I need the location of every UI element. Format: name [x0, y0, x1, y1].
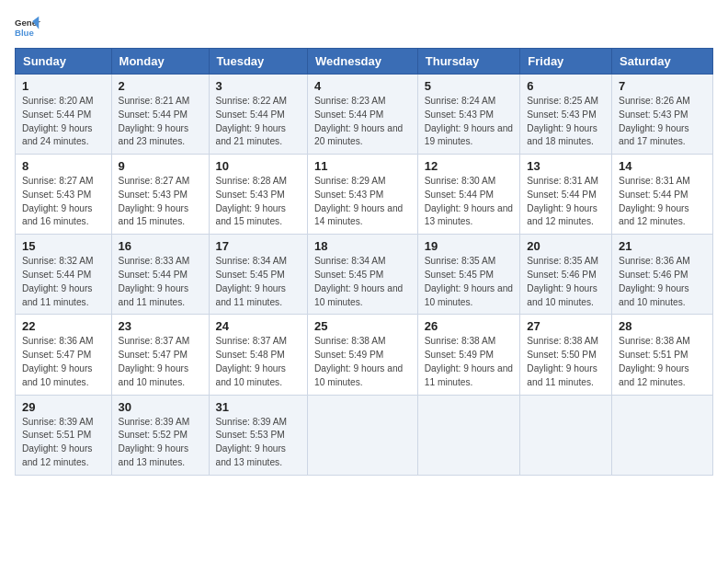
day-number: 1 — [22, 79, 105, 93]
col-header-monday: Monday — [111, 49, 209, 75]
day-cell — [520, 395, 612, 475]
day-number: 30 — [119, 400, 202, 414]
day-detail: Sunrise: 8:34 AM Sunset: 5:45 PM Dayligh… — [314, 255, 411, 309]
week-row-2: 8 Sunrise: 8:27 AM Sunset: 5:43 PM Dayli… — [16, 155, 713, 235]
day-detail: Sunrise: 8:35 AM Sunset: 5:45 PM Dayligh… — [425, 255, 514, 309]
day-detail: Sunrise: 8:37 AM Sunset: 5:47 PM Dayligh… — [119, 335, 202, 389]
col-header-saturday: Saturday — [612, 49, 713, 75]
day-cell: 20 Sunrise: 8:35 AM Sunset: 5:46 PM Dayl… — [520, 235, 612, 315]
day-detail: Sunrise: 8:39 AM Sunset: 5:53 PM Dayligh… — [216, 416, 301, 470]
day-cell: 22 Sunrise: 8:36 AM Sunset: 5:47 PM Dayl… — [16, 315, 112, 395]
day-cell: 15 Sunrise: 8:32 AM Sunset: 5:44 PM Dayl… — [16, 235, 112, 315]
day-detail: Sunrise: 8:38 AM Sunset: 5:49 PM Dayligh… — [314, 335, 411, 389]
day-cell: 3 Sunrise: 8:22 AM Sunset: 5:44 PM Dayli… — [209, 75, 308, 155]
day-cell: 10 Sunrise: 8:28 AM Sunset: 5:43 PM Dayl… — [209, 155, 308, 235]
day-number: 15 — [22, 239, 105, 253]
day-number: 28 — [619, 319, 706, 333]
day-detail: Sunrise: 8:38 AM Sunset: 5:49 PM Dayligh… — [425, 335, 514, 389]
day-detail: Sunrise: 8:27 AM Sunset: 5:43 PM Dayligh… — [22, 175, 105, 229]
logo: General Blue — [15, 15, 40, 40]
day-detail: Sunrise: 8:21 AM Sunset: 5:44 PM Dayligh… — [119, 95, 202, 149]
day-cell: 1 Sunrise: 8:20 AM Sunset: 5:44 PM Dayli… — [16, 75, 112, 155]
day-number: 16 — [119, 239, 202, 253]
day-number: 17 — [216, 239, 301, 253]
day-number: 3 — [216, 79, 301, 93]
day-number: 27 — [527, 319, 605, 333]
day-cell: 5 Sunrise: 8:24 AM Sunset: 5:43 PM Dayli… — [417, 75, 520, 155]
day-detail: Sunrise: 8:36 AM Sunset: 5:47 PM Dayligh… — [22, 335, 105, 389]
day-detail: Sunrise: 8:27 AM Sunset: 5:43 PM Dayligh… — [119, 175, 202, 229]
day-number: 2 — [119, 79, 202, 93]
day-detail: Sunrise: 8:31 AM Sunset: 5:44 PM Dayligh… — [527, 175, 605, 229]
col-header-wednesday: Wednesday — [308, 49, 418, 75]
day-cell: 31 Sunrise: 8:39 AM Sunset: 5:53 PM Dayl… — [209, 395, 308, 475]
day-cell: 4 Sunrise: 8:23 AM Sunset: 5:44 PM Dayli… — [308, 75, 418, 155]
day-detail: Sunrise: 8:36 AM Sunset: 5:46 PM Dayligh… — [619, 255, 706, 309]
day-number: 29 — [22, 400, 105, 414]
week-row-4: 22 Sunrise: 8:36 AM Sunset: 5:47 PM Dayl… — [16, 315, 713, 395]
day-number: 7 — [619, 79, 706, 93]
day-detail: Sunrise: 8:22 AM Sunset: 5:44 PM Dayligh… — [216, 95, 301, 149]
day-cell: 9 Sunrise: 8:27 AM Sunset: 5:43 PM Dayli… — [111, 155, 209, 235]
day-cell: 19 Sunrise: 8:35 AM Sunset: 5:45 PM Dayl… — [417, 235, 520, 315]
day-detail: Sunrise: 8:31 AM Sunset: 5:44 PM Dayligh… — [619, 175, 706, 229]
day-cell: 11 Sunrise: 8:29 AM Sunset: 5:43 PM Dayl… — [308, 155, 418, 235]
col-header-tuesday: Tuesday — [209, 49, 308, 75]
day-number: 21 — [619, 239, 706, 253]
day-cell: 18 Sunrise: 8:34 AM Sunset: 5:45 PM Dayl… — [308, 235, 418, 315]
day-number: 8 — [22, 159, 105, 173]
day-cell: 7 Sunrise: 8:26 AM Sunset: 5:43 PM Dayli… — [612, 75, 713, 155]
day-detail: Sunrise: 8:28 AM Sunset: 5:43 PM Dayligh… — [216, 175, 301, 229]
day-number: 9 — [119, 159, 202, 173]
day-cell: 24 Sunrise: 8:37 AM Sunset: 5:48 PM Dayl… — [209, 315, 308, 395]
day-number: 6 — [527, 79, 605, 93]
day-detail: Sunrise: 8:39 AM Sunset: 5:51 PM Dayligh… — [22, 416, 105, 470]
day-detail: Sunrise: 8:23 AM Sunset: 5:44 PM Dayligh… — [314, 95, 411, 149]
day-detail: Sunrise: 8:34 AM Sunset: 5:45 PM Dayligh… — [216, 255, 301, 309]
calendar-table: SundayMondayTuesdayWednesdayThursdayFrid… — [15, 48, 713, 476]
day-cell: 23 Sunrise: 8:37 AM Sunset: 5:47 PM Dayl… — [111, 315, 209, 395]
day-cell: 12 Sunrise: 8:30 AM Sunset: 5:44 PM Dayl… — [417, 155, 520, 235]
day-number: 23 — [119, 319, 202, 333]
week-row-3: 15 Sunrise: 8:32 AM Sunset: 5:44 PM Dayl… — [16, 235, 713, 315]
day-detail: Sunrise: 8:32 AM Sunset: 5:44 PM Dayligh… — [22, 255, 105, 309]
page-header: General Blue — [15, 15, 713, 40]
day-number: 24 — [216, 319, 301, 333]
day-cell: 29 Sunrise: 8:39 AM Sunset: 5:51 PM Dayl… — [16, 395, 112, 475]
day-detail: Sunrise: 8:25 AM Sunset: 5:43 PM Dayligh… — [527, 95, 605, 149]
day-detail: Sunrise: 8:38 AM Sunset: 5:50 PM Dayligh… — [527, 335, 605, 389]
day-cell: 25 Sunrise: 8:38 AM Sunset: 5:49 PM Dayl… — [308, 315, 418, 395]
day-cell: 2 Sunrise: 8:21 AM Sunset: 5:44 PM Dayli… — [111, 75, 209, 155]
day-detail: Sunrise: 8:26 AM Sunset: 5:43 PM Dayligh… — [619, 95, 706, 149]
col-header-thursday: Thursday — [417, 49, 520, 75]
day-number: 22 — [22, 319, 105, 333]
logo-icon: General Blue — [15, 15, 40, 40]
day-number: 5 — [425, 79, 514, 93]
day-cell: 28 Sunrise: 8:38 AM Sunset: 5:51 PM Dayl… — [612, 315, 713, 395]
day-number: 12 — [425, 159, 514, 173]
day-number: 26 — [425, 319, 514, 333]
day-detail: Sunrise: 8:30 AM Sunset: 5:44 PM Dayligh… — [425, 175, 514, 229]
day-cell: 16 Sunrise: 8:33 AM Sunset: 5:44 PM Dayl… — [111, 235, 209, 315]
day-number: 13 — [527, 159, 605, 173]
day-cell — [417, 395, 520, 475]
day-cell: 6 Sunrise: 8:25 AM Sunset: 5:43 PM Dayli… — [520, 75, 612, 155]
day-number: 18 — [314, 239, 411, 253]
day-cell: 17 Sunrise: 8:34 AM Sunset: 5:45 PM Dayl… — [209, 235, 308, 315]
day-detail: Sunrise: 8:39 AM Sunset: 5:52 PM Dayligh… — [119, 416, 202, 470]
day-number: 11 — [314, 159, 411, 173]
day-number: 19 — [425, 239, 514, 253]
day-detail: Sunrise: 8:20 AM Sunset: 5:44 PM Dayligh… — [22, 95, 105, 149]
day-cell: 30 Sunrise: 8:39 AM Sunset: 5:52 PM Dayl… — [111, 395, 209, 475]
day-detail: Sunrise: 8:35 AM Sunset: 5:46 PM Dayligh… — [527, 255, 605, 309]
day-cell: 27 Sunrise: 8:38 AM Sunset: 5:50 PM Dayl… — [520, 315, 612, 395]
day-number: 10 — [216, 159, 301, 173]
week-row-5: 29 Sunrise: 8:39 AM Sunset: 5:51 PM Dayl… — [16, 395, 713, 475]
day-detail: Sunrise: 8:38 AM Sunset: 5:51 PM Dayligh… — [619, 335, 706, 389]
day-cell: 26 Sunrise: 8:38 AM Sunset: 5:49 PM Dayl… — [417, 315, 520, 395]
col-header-sunday: Sunday — [16, 49, 112, 75]
day-cell: 14 Sunrise: 8:31 AM Sunset: 5:44 PM Dayl… — [612, 155, 713, 235]
day-number: 14 — [619, 159, 706, 173]
day-cell — [308, 395, 418, 475]
day-cell: 21 Sunrise: 8:36 AM Sunset: 5:46 PM Dayl… — [612, 235, 713, 315]
